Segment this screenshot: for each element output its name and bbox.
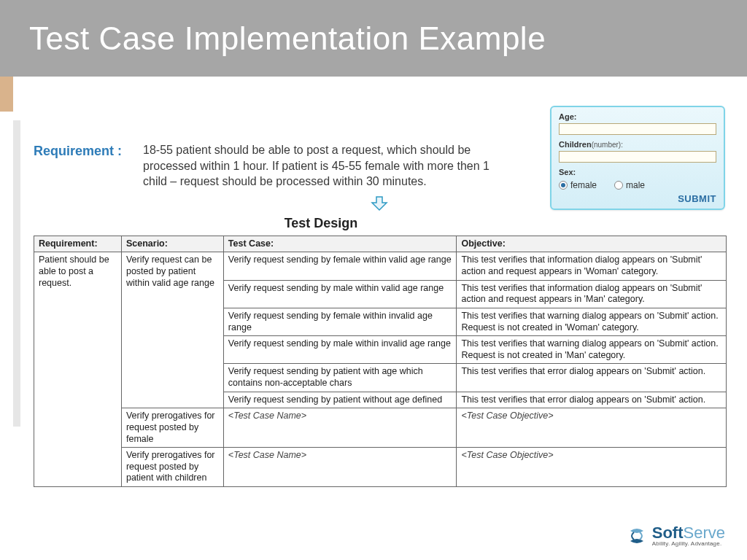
th-test-case: Test Case:: [223, 236, 457, 252]
tc-cell: <Test Case Name>: [223, 448, 457, 487]
tc-cell: Verify request sending by patient withou…: [223, 392, 457, 408]
th-requirement: Requirement:: [34, 236, 122, 252]
obj-cell: <Test Case Objective>: [457, 408, 727, 448]
scenario-cell: Verify prerogatives for request posted b…: [121, 408, 223, 448]
obj-cell: This test verifies that information dial…: [457, 252, 727, 280]
test-design-heading: Test Design: [0, 216, 725, 231]
softserve-logo: SoftServe Ability. Agility. Advantage.: [626, 525, 725, 547]
requirement-label: Requirement :: [34, 142, 136, 159]
obj-cell: This test verifies that error dialog app…: [457, 392, 727, 408]
table-row: Verify prerogatives for request posted b…: [34, 408, 727, 448]
scenario-cell: Verify request can be posted by patient …: [121, 252, 223, 408]
logo-name: SoftServe: [652, 525, 725, 541]
table-header-row: Requirement: Scenario: Test Case: Object…: [34, 236, 727, 252]
requirement-text: 18-55 patient should be able to post a r…: [143, 142, 508, 190]
title-bar: Test Case Implementation Example: [0, 0, 747, 77]
logo-icon: [626, 525, 648, 547]
tc-cell: <Test Case Name>: [223, 408, 457, 448]
slide-title: Test Case Implementation Example: [29, 20, 546, 57]
obj-cell: <Test Case Objective>: [457, 448, 727, 487]
th-objective: Objective:: [457, 236, 727, 252]
arrow-down-icon: [34, 195, 725, 214]
table-row: Verify prerogatives for request posted b…: [34, 448, 727, 487]
obj-cell: This test verifies that error dialog app…: [457, 364, 727, 392]
table-row: Patient should be able to post a request…: [34, 252, 727, 280]
obj-cell: This test verifies that warning dialog a…: [457, 336, 727, 364]
test-design-table: Requirement: Scenario: Test Case: Object…: [34, 236, 727, 487]
tc-cell: Verify request sending by male within va…: [223, 280, 457, 308]
tc-cell: Verify request sending by female within …: [223, 308, 457, 335]
obj-cell: This test verifies that information dial…: [457, 280, 727, 308]
tc-cell: Verify request sending by patient with a…: [223, 364, 457, 392]
tc-cell: Verify request sending by male within in…: [223, 336, 457, 364]
requirement-cell: Patient should be able to post a request…: [34, 252, 122, 487]
accent-bar: [13, 120, 20, 427]
age-label: Age:: [559, 112, 576, 121]
th-scenario: Scenario:: [121, 236, 223, 252]
tc-cell: Verify request sending by female within …: [223, 252, 457, 280]
scenario-cell: Verify prerogatives for request posted b…: [121, 448, 223, 487]
obj-cell: This test verifies that warning dialog a…: [457, 308, 727, 335]
age-input[interactable]: [559, 123, 716, 135]
accent-box: [0, 77, 13, 112]
logo-tagline: Ability. Agility. Advantage.: [652, 541, 725, 547]
